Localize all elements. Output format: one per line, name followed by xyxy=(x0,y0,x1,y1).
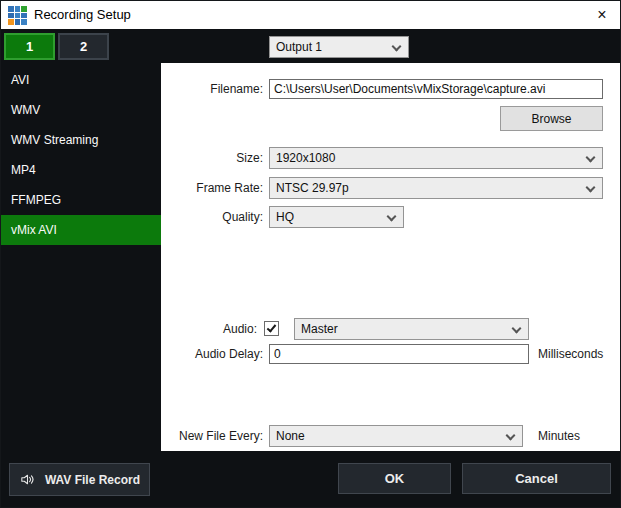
checkmark-icon xyxy=(267,322,277,332)
audio-source-select[interactable]: Master xyxy=(294,318,529,340)
sidebar-item-avi[interactable]: AVI xyxy=(1,65,161,95)
audio-label: Audio: xyxy=(161,318,257,340)
wav-file-record-button[interactable]: WAV File Record xyxy=(9,463,150,496)
milliseconds-label: Milliseconds xyxy=(538,344,603,364)
settings-panel: Filename: C:\Users\User\Documents\vMixSt… xyxy=(161,63,620,451)
new-file-every-select[interactable]: None xyxy=(269,425,523,447)
frame-rate-label: Frame Rate: xyxy=(161,177,263,199)
audio-checkbox[interactable] xyxy=(264,321,279,336)
new-file-every-value: None xyxy=(276,426,305,446)
quality-select[interactable]: HQ xyxy=(269,206,404,228)
close-icon[interactable]: × xyxy=(590,1,614,29)
chevron-down-icon xyxy=(506,431,516,441)
output-select[interactable]: Output 1 xyxy=(269,36,409,58)
tab-output-1[interactable]: 1 xyxy=(4,33,55,60)
chevron-down-icon xyxy=(586,153,596,163)
browse-button[interactable]: Browse xyxy=(500,106,603,131)
sidebar-item-wmv-streaming[interactable]: WMV Streaming xyxy=(1,125,161,155)
ok-button[interactable]: OK xyxy=(338,463,451,494)
quality-select-value: HQ xyxy=(276,207,294,227)
filename-input[interactable]: C:\Users\User\Documents\vMixStorage\capt… xyxy=(269,79,603,99)
wav-file-record-label: WAV File Record xyxy=(45,473,140,487)
chevron-down-icon xyxy=(392,42,402,52)
new-file-every-label: New File Every: xyxy=(161,425,263,447)
recording-setup-dialog: Recording Setup × 1 2 Output 1 AVI WMV W… xyxy=(0,0,621,508)
size-label: Size: xyxy=(161,147,263,169)
size-select[interactable]: 1920x1080 xyxy=(269,147,603,169)
size-select-value: 1920x1080 xyxy=(276,148,335,168)
audio-source-value: Master xyxy=(301,319,338,339)
chevron-down-icon xyxy=(387,212,397,222)
filename-label: Filename: xyxy=(161,79,263,99)
cancel-button[interactable]: Cancel xyxy=(462,463,611,494)
sidebar-item-wmv[interactable]: WMV xyxy=(1,95,161,125)
vmix-app-icon xyxy=(8,6,27,25)
chevron-down-icon xyxy=(512,324,522,334)
audio-delay-input[interactable]: 0 xyxy=(269,344,529,364)
frame-rate-select[interactable]: NTSC 29.97p xyxy=(269,177,603,199)
quality-label: Quality: xyxy=(161,206,263,228)
sidebar-item-ffmpeg[interactable]: FFMPEG xyxy=(1,185,161,215)
minutes-label: Minutes xyxy=(538,425,580,447)
frame-rate-select-value: NTSC 29.97p xyxy=(276,178,349,198)
sidebar-item-vmix-avi[interactable]: vMix AVI xyxy=(1,215,161,245)
sidebar-item-mp4[interactable]: MP4 xyxy=(1,155,161,185)
speaker-icon xyxy=(19,471,36,488)
audio-delay-label: Audio Delay: xyxy=(161,344,263,364)
chevron-down-icon xyxy=(586,183,596,193)
titlebar: Recording Setup × xyxy=(1,1,620,29)
output-select-value: Output 1 xyxy=(276,37,322,57)
tab-output-2[interactable]: 2 xyxy=(58,33,109,60)
window-title: Recording Setup xyxy=(34,1,131,29)
